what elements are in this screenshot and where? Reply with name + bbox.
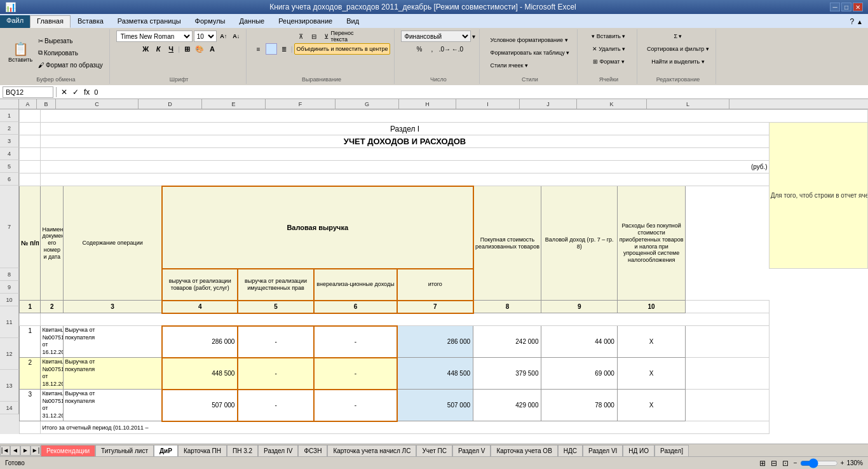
cell-2-title1[interactable]: Раздел I xyxy=(41,123,769,135)
cell-5-currency[interactable]: (руб.) xyxy=(41,161,769,173)
header-col4[interactable]: выручка от реализации товаров (работ, ус… xyxy=(162,269,238,301)
underline-button[interactable]: Ч xyxy=(165,43,177,55)
row11-doc[interactable]: Квитанция№0075101 от16.12.2011 xyxy=(41,326,64,358)
header-content[interactable]: Содержание операции xyxy=(64,186,162,301)
sheet-nav-last[interactable]: ►| xyxy=(31,445,41,456)
align-left-button[interactable]: ≡ xyxy=(253,43,264,55)
font-color-button[interactable]: A xyxy=(207,43,218,55)
tab-review[interactable]: Рецензирование xyxy=(271,15,339,28)
align-center-button[interactable] xyxy=(266,43,277,55)
row12-col7[interactable]: 448 500 xyxy=(397,358,473,390)
paste-button[interactable]: 📋 Вставить xyxy=(6,36,34,69)
cell-2-A[interactable] xyxy=(20,123,41,135)
row13-doc[interactable]: Квитанция№0075103 от31.12.2011 xyxy=(41,390,64,421)
col-num-10[interactable]: 10 xyxy=(617,301,685,313)
col-header-B[interactable]: B xyxy=(37,99,56,109)
view-page-icon[interactable]: ⊡ xyxy=(782,459,789,468)
header-doc[interactable]: Наименование документа, его номер и дата xyxy=(41,186,64,301)
col-header-F[interactable]: F xyxy=(266,99,336,109)
find-select-button[interactable]: Найти и выделить ▾ xyxy=(649,56,707,67)
tab-card-ls[interactable]: Карточка учета начисл ЛС xyxy=(327,445,416,456)
cell-14-footer[interactable]: Итого за отчетный период (01.10.2011 – xyxy=(41,421,769,434)
copy-button[interactable]: ⧉ Копировать xyxy=(36,47,105,58)
row13-content[interactable]: Выручка отпокупателя xyxy=(64,390,162,421)
percent-button[interactable]: % xyxy=(414,43,425,55)
tab-insert[interactable]: Вставка xyxy=(71,15,111,28)
cell-5-A[interactable] xyxy=(20,161,41,173)
row13-col5[interactable]: - xyxy=(238,390,313,421)
tab-dir[interactable]: ДиР xyxy=(154,445,178,456)
cell-10-A[interactable] xyxy=(20,313,41,326)
row11-col4[interactable]: 286 000 xyxy=(162,326,238,358)
cells-scroll[interactable]: 1 2 3 4 5 6 7 8 9 10 11 12 13 14 xyxy=(0,109,868,444)
increase-font-icon[interactable]: A↑ xyxy=(218,31,229,42)
tab-section6[interactable]: Раздел VI xyxy=(583,445,623,456)
bold-button[interactable]: Ж xyxy=(140,43,151,55)
tab-file[interactable]: Файл xyxy=(0,15,30,28)
row13-col8[interactable]: 429 000 xyxy=(473,390,541,421)
col-num-8[interactable]: 8 xyxy=(473,301,541,313)
tab-nd-io[interactable]: НД ИО xyxy=(623,445,654,456)
cell-1-A[interactable] xyxy=(20,110,41,123)
zoom-slider[interactable] xyxy=(800,458,838,468)
insert-button[interactable]: ▾ Вставить ▾ xyxy=(589,31,628,42)
row11-col8[interactable]: 242 000 xyxy=(473,326,541,358)
cell-3-title2[interactable]: УЧЕТ ДОХОДОВ И РАСХОДОВ xyxy=(41,135,769,148)
col-header-L[interactable]: L xyxy=(647,99,729,109)
tab-home[interactable]: Главная xyxy=(30,15,71,28)
row12-col4[interactable]: 448 500 xyxy=(162,358,238,390)
col-num-6[interactable]: 6 xyxy=(314,301,397,313)
row11-content[interactable]: Выручка отпокупателя xyxy=(64,326,162,358)
col-header-G[interactable]: G xyxy=(336,99,399,109)
tab-data[interactable]: Данные xyxy=(232,15,271,28)
row12-col9[interactable]: 69 000 xyxy=(541,358,617,390)
sheet-nav-prev[interactable]: ◄ xyxy=(10,445,20,456)
header-expenses[interactable]: Расходы без покупной стоимости приобрете… xyxy=(617,186,685,301)
row13-num[interactable]: 3 xyxy=(20,390,41,421)
cell-6-A[interactable] xyxy=(20,173,41,186)
col-num-1[interactable]: 1 xyxy=(20,301,41,313)
col-header-A[interactable]: A xyxy=(19,99,37,109)
merge-center-button[interactable]: Объединить и поместить в центре xyxy=(294,43,391,55)
row12-col6[interactable]: - xyxy=(314,358,397,390)
zoom-in-button[interactable]: + xyxy=(841,459,844,466)
sheet-nav-next[interactable]: ► xyxy=(20,445,31,456)
row12-col8[interactable]: 379 500 xyxy=(473,358,541,390)
col-header-E[interactable]: E xyxy=(202,99,266,109)
col-num-9[interactable]: 9 xyxy=(541,301,617,313)
font-name-select[interactable]: Times New Roman xyxy=(116,31,193,42)
confirm-formula-icon[interactable]: ✓ xyxy=(71,88,81,97)
tab-title-page[interactable]: Титульный лист xyxy=(95,445,154,456)
row12-doc[interactable]: Квитанция№0075102 от18.12.2011 xyxy=(41,358,64,390)
cell-14-A[interactable] xyxy=(20,421,41,434)
minimize-button[interactable]: ─ xyxy=(830,3,840,11)
tab-nds[interactable]: НДС xyxy=(558,445,583,456)
tab-section4[interactable]: Раздел IV xyxy=(258,445,298,456)
tab-uchet-ps[interactable]: Учет ПС xyxy=(416,445,452,456)
format-table-button[interactable]: Форматировать как таблицу ▾ xyxy=(488,47,573,58)
align-middle-button[interactable]: ⊟ xyxy=(308,31,320,42)
cell-styles-button[interactable]: Стили ячеек ▾ xyxy=(488,60,573,71)
tab-formulas[interactable]: Формулы xyxy=(188,15,233,28)
cell-3-A[interactable] xyxy=(20,135,41,148)
row13-col9[interactable]: 78 000 xyxy=(541,390,617,421)
row13-col6[interactable]: - xyxy=(314,390,397,421)
decrease-font-icon[interactable]: A↓ xyxy=(231,31,242,42)
zoom-out-button[interactable]: − xyxy=(794,459,797,466)
row12-num[interactable]: 2 xyxy=(20,358,41,390)
col-num-3[interactable]: 3 xyxy=(64,301,162,313)
sheet-nav-first[interactable]: |◄ xyxy=(0,445,10,456)
col-num-7[interactable]: 7 xyxy=(397,301,473,313)
cut-button[interactable]: ✂ Вырезать xyxy=(36,35,105,46)
format-button[interactable]: ⊞ Формат ▾ xyxy=(590,56,627,67)
conditional-format-button[interactable]: Условное форматирование ▾ xyxy=(488,34,573,46)
tab-view[interactable]: Вид xyxy=(339,15,366,28)
tab-section-last[interactable]: Раздел] xyxy=(654,445,689,456)
view-layout-icon[interactable]: ⊟ xyxy=(771,459,777,468)
delete-button[interactable]: ✕ Удалить ▾ xyxy=(590,43,628,55)
borders-button[interactable]: ⊞ xyxy=(181,43,193,55)
col-header-D[interactable]: D xyxy=(139,99,202,109)
close-button[interactable]: ✕ xyxy=(853,3,863,11)
align-right-button[interactable]: ≣ xyxy=(278,43,290,55)
wrap-text-button[interactable]: Перенос текста xyxy=(336,31,348,42)
